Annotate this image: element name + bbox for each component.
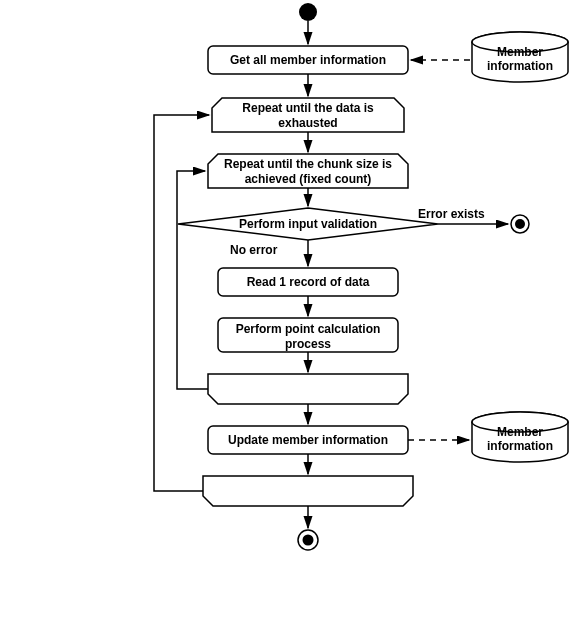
read-label: Read 1 record of data xyxy=(247,275,370,289)
activity-diagram: Get all member information Member inform… xyxy=(0,0,584,619)
svg-point-7 xyxy=(303,535,314,546)
edge-label-error: Error exists xyxy=(418,207,485,221)
loop2-label-b: achieved (fixed count) xyxy=(245,172,372,186)
calc-label-b: process xyxy=(285,337,331,351)
update-label: Update member information xyxy=(228,433,388,447)
datastore-label-1a: Member xyxy=(497,45,543,59)
datastore-node: Member information xyxy=(472,32,568,82)
loop1-label-a: Repeat until the data is xyxy=(242,101,374,115)
datastore-label-1b: information xyxy=(487,59,553,73)
edge-back xyxy=(177,171,208,389)
edge-label-no-error: No error xyxy=(230,243,278,257)
datastore-label-2a: Member xyxy=(497,425,543,439)
decision-label: Perform input validation xyxy=(239,217,377,231)
svg-point-3 xyxy=(515,219,525,229)
datastore-node: Member information xyxy=(472,412,568,462)
initial-node xyxy=(299,3,317,21)
loop-end-node xyxy=(208,374,408,404)
calc-label-a: Perform point calculation xyxy=(236,322,381,336)
loop-end-node xyxy=(203,476,413,506)
datastore-label-2b: information xyxy=(487,439,553,453)
final-node xyxy=(298,530,318,550)
process-label: Get all member information xyxy=(230,53,386,67)
loop2-label-a: Repeat until the chunk size is xyxy=(224,157,392,171)
final-node xyxy=(511,215,529,233)
loop1-label-b: exhausted xyxy=(278,116,337,130)
